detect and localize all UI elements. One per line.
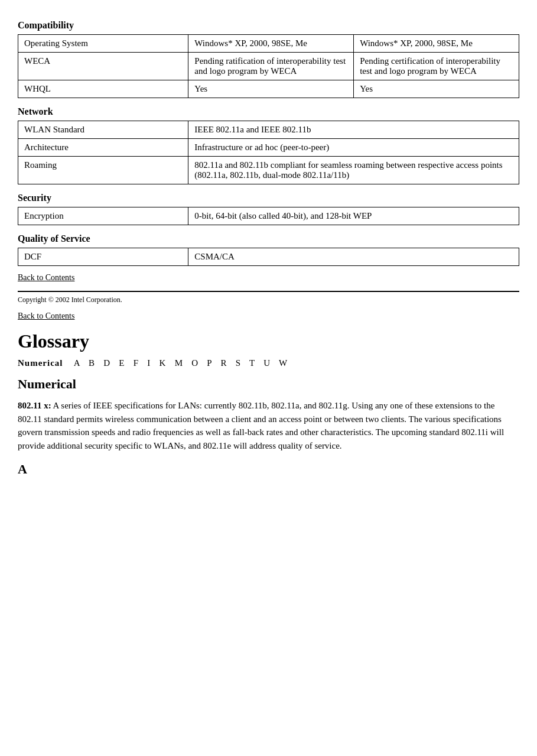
- weca-label: WECA: [18, 53, 188, 80]
- back-to-contents-link-2[interactable]: Back to Contents: [18, 312, 519, 321]
- table-row: WECA Pending ratification of interoperab…: [18, 53, 519, 80]
- whql-label: WHQL: [18, 80, 188, 98]
- qos-title: Quality of Service: [18, 233, 519, 244]
- weca-value2: Pending certification of interoperabilit…: [354, 53, 519, 80]
- roaming-value: 802.11a and 802.11b compliant for seamle…: [188, 157, 519, 184]
- glossary-entry-802: 802.11 x: A series of IEEE specification…: [18, 399, 519, 452]
- nav-b[interactable]: B: [89, 358, 95, 368]
- security-section: Security Encryption 0-bit, 64-bit (also …: [18, 193, 519, 225]
- wlan-label: WLAN Standard: [18, 121, 188, 139]
- arch-value: Infrastructure or ad hoc (peer-to-peer): [188, 139, 519, 157]
- table-row: Encryption 0-bit, 64-bit (also called 40…: [18, 207, 519, 225]
- security-table: Encryption 0-bit, 64-bit (also called 40…: [18, 207, 519, 225]
- compatibility-title: Compatibility: [18, 20, 519, 31]
- nav-u[interactable]: U: [263, 358, 271, 368]
- nav-o[interactable]: O: [191, 358, 198, 368]
- security-title: Security: [18, 193, 519, 203]
- table-row: WLAN Standard IEEE 802.11a and IEEE 802.…: [18, 121, 519, 139]
- numerical-heading: Numerical: [18, 377, 519, 392]
- copyright-text: Copyright © 2002 Intel Corporation.: [18, 296, 519, 304]
- glossary-section: Glossary Numerical A B D E F I K M O P R…: [18, 330, 519, 477]
- nav-d[interactable]: D: [103, 358, 110, 368]
- whql-value2: Yes: [354, 80, 519, 98]
- nav-p[interactable]: P: [207, 358, 212, 368]
- compatibility-table: Operating System Windows* XP, 2000, 98SE…: [18, 34, 519, 98]
- entry-802-term: 802.11 x:: [18, 401, 51, 410]
- nav-s[interactable]: S: [236, 358, 241, 368]
- nav-t[interactable]: T: [249, 358, 255, 368]
- arch-label: Architecture: [18, 139, 188, 157]
- nav-m[interactable]: M: [175, 358, 183, 368]
- qos-table: DCF CSMA/CA: [18, 248, 519, 266]
- compatibility-section: Compatibility Operating System Windows* …: [18, 20, 519, 98]
- roaming-label: Roaming: [18, 157, 188, 184]
- nav-e[interactable]: E: [119, 358, 125, 368]
- glossary-nav: Numerical A B D E F I K M O P R S T U W: [18, 358, 519, 368]
- table-row: Operating System Windows* XP, 2000, 98SE…: [18, 35, 519, 53]
- network-section: Network WLAN Standard IEEE 802.11a and I…: [18, 106, 519, 184]
- dcf-value: CSMA/CA: [188, 248, 519, 266]
- encryption-value: 0-bit, 64-bit (also called 40-bit), and …: [188, 207, 519, 225]
- os-value1: Windows* XP, 2000, 98SE, Me: [188, 35, 354, 53]
- footer-divider: [18, 291, 519, 292]
- nav-a[interactable]: A: [74, 358, 80, 368]
- table-row: Roaming 802.11a and 802.11b compliant fo…: [18, 157, 519, 184]
- wlan-value: IEEE 802.11a and IEEE 802.11b: [188, 121, 519, 139]
- weca-value1: Pending ratification of interoperability…: [188, 53, 354, 80]
- table-row: Architecture Infrastructure or ad hoc (p…: [18, 139, 519, 157]
- dcf-label: DCF: [18, 248, 188, 266]
- os-value2: Windows* XP, 2000, 98SE, Me: [354, 35, 519, 53]
- nav-r[interactable]: R: [220, 358, 227, 368]
- nav-w[interactable]: W: [279, 358, 288, 368]
- alpha-a-heading: A: [18, 462, 519, 477]
- os-label: Operating System: [18, 35, 188, 53]
- network-table: WLAN Standard IEEE 802.11a and IEEE 802.…: [18, 121, 519, 184]
- table-row: DCF CSMA/CA: [18, 248, 519, 266]
- back-to-contents-link-1[interactable]: Back to Contents: [18, 273, 519, 283]
- glossary-title: Glossary: [18, 330, 519, 352]
- entry-802-text: A series of IEEE specifications for LANs…: [18, 401, 504, 450]
- nav-f[interactable]: F: [134, 358, 139, 368]
- table-row: WHQL Yes Yes: [18, 80, 519, 98]
- encryption-label: Encryption: [18, 207, 188, 225]
- network-title: Network: [18, 106, 519, 117]
- numerical-nav-item[interactable]: Numerical: [18, 358, 63, 368]
- qos-section: Quality of Service DCF CSMA/CA: [18, 233, 519, 266]
- nav-k[interactable]: K: [160, 358, 167, 368]
- nav-i[interactable]: I: [147, 358, 151, 368]
- whql-value1: Yes: [188, 80, 354, 98]
